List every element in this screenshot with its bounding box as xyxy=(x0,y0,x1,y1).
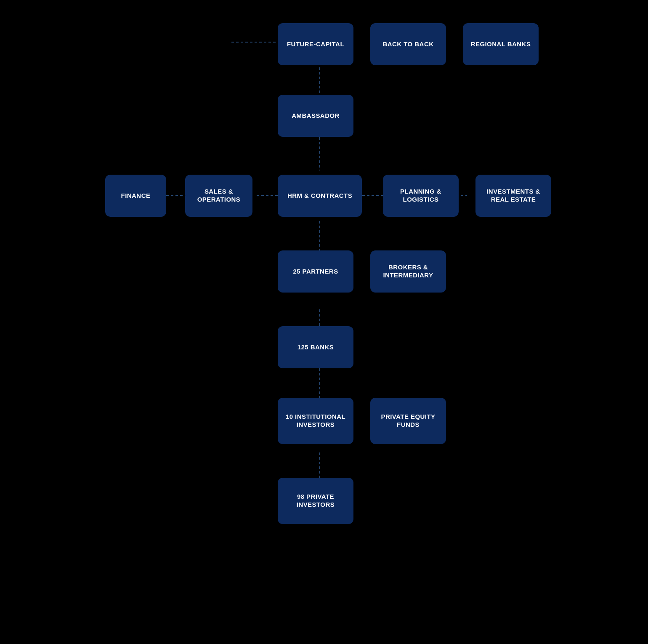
node-hrm-contracts: HRM & CONTRACTS xyxy=(278,175,362,217)
node-partners: 25 PARTNERS xyxy=(278,250,353,293)
node-private-investors: 98 PRIVATE INVESTORS xyxy=(278,478,353,524)
node-investments-real-estate: INVESTMENTS & REAL ESTATE xyxy=(475,175,551,217)
node-finance: FINANCE xyxy=(105,175,166,217)
node-banks: 125 BANKS xyxy=(278,326,353,368)
node-sales-operations: SALES & OPERATIONS xyxy=(185,175,252,217)
node-ambassador: AMBASSADOR xyxy=(278,95,353,137)
node-future-capital: FUTURE-CAPITAL xyxy=(278,23,353,65)
node-institutional-investors: 10 INSTITUTIONAL INVESTORS xyxy=(278,398,353,444)
node-back-to-back: BACK TO BACK xyxy=(370,23,446,65)
node-private-equity-funds: PRIVATE EQUITY FUNDS xyxy=(370,398,446,444)
org-chart: FUTURE-CAPITAL BACK TO BACK REGIONAL BAN… xyxy=(93,11,555,633)
node-brokers-intermediary: BROKERS & INTERMEDIARY xyxy=(370,250,446,293)
node-regional-banks: REGIONAL BANKS xyxy=(463,23,539,65)
node-planning-logistics: PLANNING & LOGISTICS xyxy=(383,175,459,217)
